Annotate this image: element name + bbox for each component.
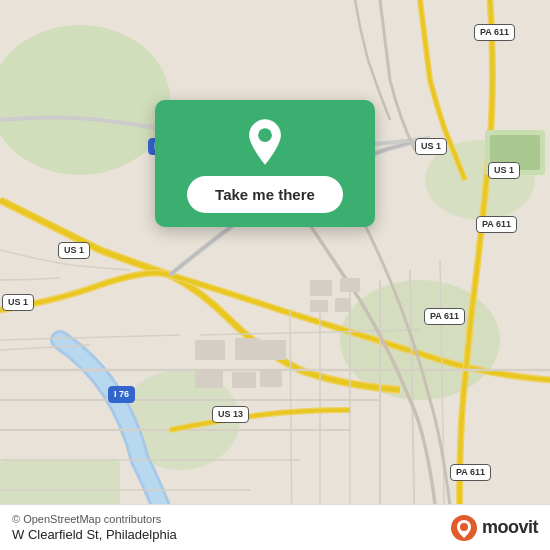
location-card[interactable]: Take me there — [155, 100, 375, 227]
svg-rect-25 — [260, 370, 282, 387]
attribution-text: © OpenStreetMap contributors — [12, 513, 161, 525]
svg-rect-27 — [340, 278, 360, 292]
svg-rect-26 — [310, 280, 332, 296]
road-badge-pa611-mid: PA 611 — [424, 308, 465, 325]
moovit-logo-icon — [450, 514, 478, 542]
svg-rect-29 — [335, 298, 351, 312]
road-badge-pa611-bottom: PA 611 — [450, 464, 491, 481]
svg-rect-21 — [235, 338, 260, 360]
bottom-bar: © OpenStreetMap contributors W Clearfiel… — [0, 504, 550, 550]
svg-rect-23 — [232, 372, 256, 388]
road-badge-us1-bottom: US 1 — [2, 294, 34, 311]
svg-rect-24 — [260, 340, 286, 360]
road-badge-us13: US 13 — [212, 406, 249, 423]
road-badge-us1-left: US 1 — [58, 242, 90, 259]
road-badge-i76-bottom: I 76 — [108, 386, 135, 403]
take-me-there-button[interactable]: Take me there — [187, 176, 343, 213]
road-badge-pa611-top: PA 611 — [474, 24, 515, 41]
svg-point-34 — [460, 523, 468, 531]
location-label: W Clearfield St, Philadelphia — [12, 527, 177, 542]
road-badge-us1-far-right: US 1 — [488, 162, 520, 179]
map-container: I 76 US 1 US 1 US 1 PA 611 PA 611 PA 611… — [0, 0, 550, 550]
moovit-logo: moovit — [450, 514, 538, 542]
location-pin-icon — [241, 118, 289, 166]
svg-rect-20 — [195, 340, 225, 360]
road-badge-pa611-right: PA 611 — [476, 216, 517, 233]
svg-rect-22 — [195, 370, 223, 388]
attribution: © OpenStreetMap contributors — [12, 513, 177, 525]
road-badge-us1-top-right: US 1 — [415, 138, 447, 155]
svg-rect-28 — [310, 300, 328, 312]
svg-point-32 — [258, 128, 272, 142]
moovit-text: moovit — [482, 517, 538, 538]
